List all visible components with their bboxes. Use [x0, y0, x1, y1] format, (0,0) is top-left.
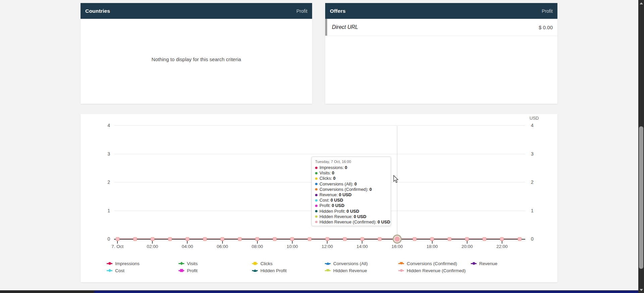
x-axis-tick-label: 18:00	[420, 244, 444, 249]
series-point-marker[interactable]	[326, 237, 329, 241]
x-axis-tick-label: 10:00	[281, 244, 304, 249]
offers-panel-header: Offers Profit	[325, 3, 557, 19]
legend-label[interactable]: Conversions (Confirmed)	[407, 261, 457, 266]
series-point-marker[interactable]	[203, 237, 207, 241]
legend-item-revenue[interactable]: Revenue	[471, 260, 497, 266]
tooltip-series-bullet-icon	[315, 183, 317, 185]
series-point-marker[interactable]	[308, 237, 311, 241]
y-axis-tick-label-left: 0	[97, 236, 110, 242]
legend-item-clicks[interactable]: Clicks	[252, 260, 273, 266]
x-axis-tick-label: 08:00	[246, 244, 269, 249]
series-point-marker[interactable]	[430, 237, 434, 241]
series-point-marker[interactable]	[186, 237, 189, 241]
legend-item-hidden-revenue[interactable]: Hidden Revenue	[325, 267, 367, 274]
legend-item-hidden-revenue-confirmed[interactable]: Hidden Revenue (Confirmed)	[398, 267, 466, 274]
legend-marker-icon	[398, 269, 404, 273]
legend-label[interactable]: Cost	[115, 268, 125, 273]
legend-label[interactable]: Conversions (All)	[333, 261, 368, 266]
offer-row[interactable]: Direct URL $ 0.00	[325, 19, 557, 36]
chart-gridline	[114, 154, 525, 154]
legend-item-cost[interactable]: Cost	[107, 267, 125, 274]
offers-metric-selector[interactable]: Profit	[542, 8, 553, 14]
x-axis-line	[114, 239, 525, 240]
y-axis-tick-label-right: 3	[531, 151, 534, 157]
series-point-marker[interactable]	[500, 237, 504, 241]
series-point-marker[interactable]	[168, 237, 172, 241]
series-point-marker[interactable]	[273, 237, 277, 241]
tooltip-series-bullet-icon	[315, 177, 317, 180]
series-point-marker[interactable]	[483, 237, 486, 241]
countries-panel-header: Countries Profit	[81, 3, 312, 19]
x-axis-tick-mark	[187, 241, 188, 244]
legend-item-conversions-confirmed[interactable]: Conversions (Confirmed)	[398, 260, 457, 266]
legend-label[interactable]: Hidden Revenue	[333, 268, 367, 273]
y-axis-tick-label-left: 3	[97, 151, 110, 157]
legend-label[interactable]: Profit	[187, 268, 198, 273]
tooltip-series-item: Hidden Profit:0 USD	[315, 209, 387, 214]
legend-label[interactable]: Visits	[187, 261, 198, 266]
tooltip-series-item: Revenue:0 USD	[315, 192, 387, 198]
series-point-marker[interactable]	[413, 237, 416, 241]
legend-item-conversions-all[interactable]: Conversions (All)	[325, 260, 368, 266]
legend-label[interactable]: Impressions	[115, 261, 140, 266]
y-axis-tick-label-left: 2	[97, 179, 110, 185]
legend-marker-symbol	[400, 269, 403, 272]
tooltip-series-bullet-icon	[315, 188, 317, 191]
legend-item-hidden-profit[interactable]: Hidden Profit	[252, 267, 287, 274]
countries-metric-selector[interactable]: Profit	[296, 8, 307, 14]
legend-label[interactable]: Hidden Revenue (Confirmed)	[407, 268, 466, 273]
x-axis-tick-label: 04:00	[176, 244, 199, 249]
legend-label[interactable]: Hidden Profit	[260, 268, 287, 273]
vertical-scrollbar[interactable]	[638, 0, 644, 293]
legend-marker-icon	[325, 262, 331, 265]
offer-name[interactable]: Direct URL	[332, 24, 358, 30]
series-point-marker[interactable]	[343, 237, 347, 241]
legend-marker-symbol	[253, 269, 257, 272]
scrollbar-down-arrow-icon[interactable]	[640, 289, 643, 291]
legend-marker-icon	[179, 269, 184, 273]
series-point-marker[interactable]	[116, 237, 119, 241]
legend-item-impressions[interactable]: Impressions	[107, 260, 140, 266]
series-point-marker[interactable]	[378, 237, 382, 241]
scrollbar-thumb[interactable]	[639, 126, 643, 269]
series-point-marker[interactable]	[151, 237, 154, 241]
legend-marker-icon	[252, 269, 258, 273]
y-axis-tick-label-left: 4	[97, 123, 110, 128]
series-point-marker[interactable]	[220, 237, 224, 241]
countries-panel-title: Countries	[85, 8, 110, 14]
series-point-marker[interactable]	[133, 237, 137, 241]
series-point-marker[interactable]	[465, 237, 469, 241]
x-axis-tick-label: 12:00	[315, 244, 339, 249]
legend-marker-icon	[471, 262, 477, 265]
legend-item-visits[interactable]: Visits	[179, 260, 198, 266]
tooltip-series-bullet-icon	[315, 167, 317, 169]
scrollbar-up-arrow-icon[interactable]	[640, 2, 643, 4]
x-axis-tick-label: 14:00	[350, 244, 374, 249]
legend-label[interactable]: Clicks	[260, 261, 273, 266]
taskbar-edge	[0, 290, 638, 293]
countries-empty-state: Nothing to display for this search crite…	[81, 47, 312, 62]
tooltip-series-bullet-icon	[315, 210, 317, 212]
x-axis-tick-mark	[362, 241, 362, 244]
offer-row-stripe	[325, 19, 327, 36]
x-axis-tick-mark	[432, 241, 433, 244]
tooltip-series-item: Profit:0 USD	[315, 203, 387, 208]
tooltip-series-bullet-icon	[315, 199, 317, 202]
series-point-marker[interactable]	[448, 237, 451, 241]
legend-marker-symbol	[400, 262, 403, 265]
legend-item-profit[interactable]: Profit	[179, 267, 198, 274]
series-point-marker[interactable]	[518, 237, 522, 241]
hovered-point-marker[interactable]	[393, 235, 402, 244]
series-point-marker[interactable]	[255, 237, 259, 241]
y-axis-tick-label-right: 0	[531, 236, 534, 242]
legend-label[interactable]: Revenue	[479, 261, 497, 266]
legend-marker-symbol	[180, 262, 183, 265]
series-point-marker[interactable]	[238, 237, 242, 241]
tooltip-series-item: Cost:0 USD	[315, 198, 387, 203]
series-point-marker[interactable]	[360, 237, 364, 241]
x-axis-tick-mark	[502, 241, 502, 244]
series-point-marker[interactable]	[290, 237, 294, 241]
legend-marker-icon	[398, 262, 404, 265]
tooltip-series-bullet-icon	[315, 215, 317, 218]
x-axis-tick-mark	[152, 241, 153, 244]
